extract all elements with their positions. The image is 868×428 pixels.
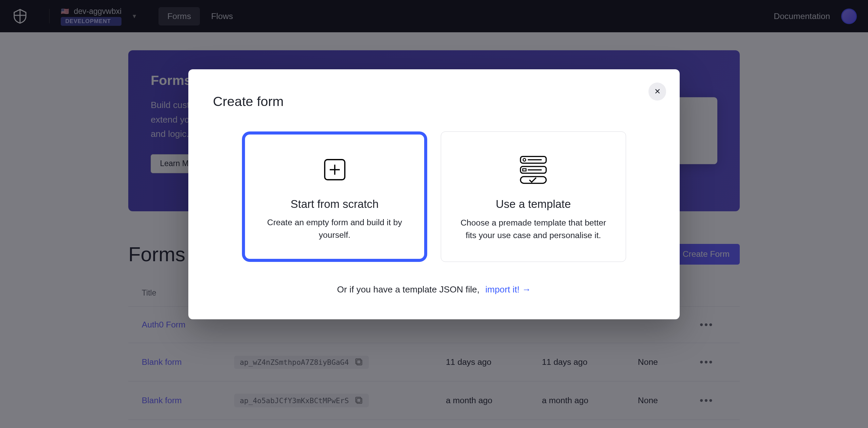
- close-icon[interactable]: ✕: [648, 83, 666, 101]
- create-form-modal: Create form ✕ Start from scratch Create …: [188, 69, 680, 319]
- plus-square-icon: [258, 154, 411, 185]
- option-desc: Choose a premade template that better fi…: [457, 216, 610, 242]
- import-prefix: Or if you have a template JSON file,: [337, 284, 479, 295]
- modal-title: Create form: [213, 94, 655, 109]
- modal-options: Start from scratch Create an empty form …: [213, 131, 655, 262]
- option-use-template[interactable]: Use a template Choose a premade template…: [441, 131, 626, 262]
- svg-point-8: [523, 158, 526, 161]
- option-start-from-scratch[interactable]: Start from scratch Create an empty form …: [242, 131, 427, 262]
- svg-rect-11: [523, 169, 526, 171]
- modal-overlay[interactable]: Create form ✕ Start from scratch Create …: [0, 0, 868, 428]
- template-stack-icon: [457, 154, 610, 185]
- import-link[interactable]: import it! →: [485, 284, 531, 295]
- option-desc: Create an empty form and build it by you…: [258, 216, 411, 241]
- option-heading: Use a template: [457, 198, 610, 211]
- option-heading: Start from scratch: [258, 198, 411, 211]
- import-row: Or if you have a template JSON file, imp…: [213, 284, 655, 295]
